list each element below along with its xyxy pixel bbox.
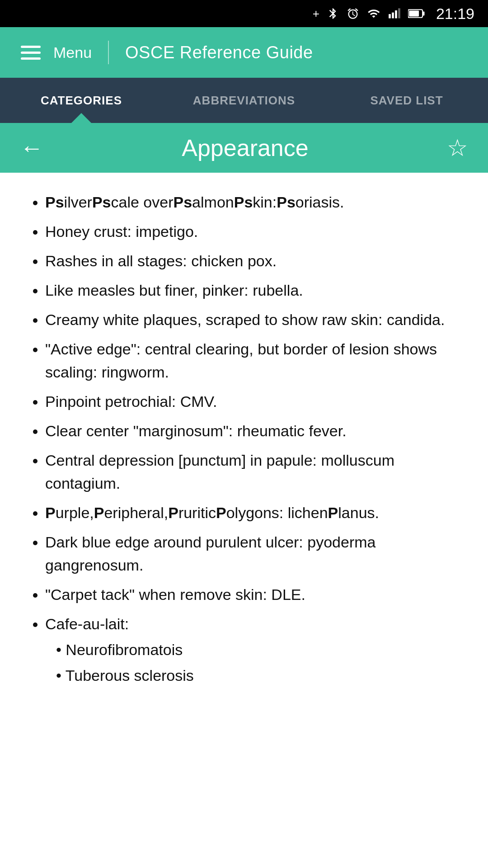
section-header: ← Appearance ☆ — [0, 123, 488, 173]
list-item: Honey crust: impetigo. — [45, 220, 465, 243]
list-item: Pinpoint petrochial: CMV. — [45, 390, 465, 413]
list-item: Dark blue edge around purulent ulcer: py… — [45, 531, 465, 577]
app-bar-divider — [108, 41, 109, 64]
tab-saved-list-label: SAVED LIST — [370, 94, 443, 108]
list-item: Purple,Peripheral,PruriticPolygons: lich… — [45, 501, 465, 524]
bluetooth-icon — [327, 7, 339, 20]
svg-rect-1 — [392, 13, 394, 19]
menu-button[interactable] — [16, 41, 45, 64]
sub-list-item: Neurofibromatois — [56, 638, 465, 661]
list-item: Rashes in all stages: chicken pox. — [45, 250, 465, 273]
back-button[interactable]: ← — [20, 136, 43, 160]
status-time: 21:19 — [436, 5, 474, 23]
wifi-icon — [366, 7, 381, 20]
section-title: Appearance — [182, 134, 308, 161]
app-title: OSCE Reference Guide — [125, 43, 313, 62]
svg-rect-0 — [389, 14, 391, 18]
tab-categories-label: CATEGORIES — [41, 94, 122, 108]
list-item: "Active edge": central clearing, but bor… — [45, 338, 465, 384]
star-button[interactable]: ☆ — [447, 136, 468, 160]
svg-rect-3 — [398, 8, 400, 18]
tab-active-indicator — [71, 113, 91, 123]
list-item: Cafe-au-lait: Neurofibromatois Tuberous … — [45, 613, 465, 687]
tab-abbreviations[interactable]: ABBREVIATIONS — [163, 78, 325, 123]
battery-icon — [408, 7, 425, 20]
tab-abbreviations-label: ABBREVIATIONS — [193, 94, 295, 108]
svg-rect-6 — [409, 10, 419, 16]
list-item: Like measles but finer, pinker: rubella. — [45, 279, 465, 302]
app-bar: Menu OSCE Reference Guide — [0, 27, 488, 78]
list-item: Central depression [punctum] in papule: … — [45, 449, 465, 495]
signal-icon — [388, 7, 401, 20]
list-item: Clear center "marginosum": rheumatic fev… — [45, 420, 465, 443]
sub-list: Neurofibromatois Tuberous sclerosis — [45, 638, 465, 687]
alarm-icon — [347, 7, 359, 20]
appearance-list: PsilverPscale overPsalmonPskin:Psoriasis… — [23, 191, 465, 687]
status-bar: +️ 21:19 — [0, 0, 488, 27]
content-area: PsilverPscale overPsalmonPskin:Psoriasis… — [0, 173, 488, 721]
list-item: PsilverPscale overPsalmonPskin:Psoriasis… — [45, 191, 465, 214]
sub-list-item: Tuberous sclerosis — [56, 664, 465, 687]
tab-saved-list[interactable]: SAVED LIST — [325, 78, 488, 123]
tab-categories[interactable]: CATEGORIES — [0, 78, 163, 123]
bluetooth-icon: +️ — [313, 7, 319, 21]
svg-rect-5 — [422, 12, 424, 16]
tab-bar: CATEGORIES ABBREVIATIONS SAVED LIST — [0, 78, 488, 123]
status-icons: +️ 21:19 — [313, 5, 474, 23]
list-item: Creamy white plaques, scraped to show ra… — [45, 308, 465, 331]
svg-rect-2 — [395, 10, 397, 19]
list-item: "Carpet tack" when remove skin: DLE. — [45, 583, 465, 606]
menu-label[interactable]: Menu — [53, 44, 92, 61]
